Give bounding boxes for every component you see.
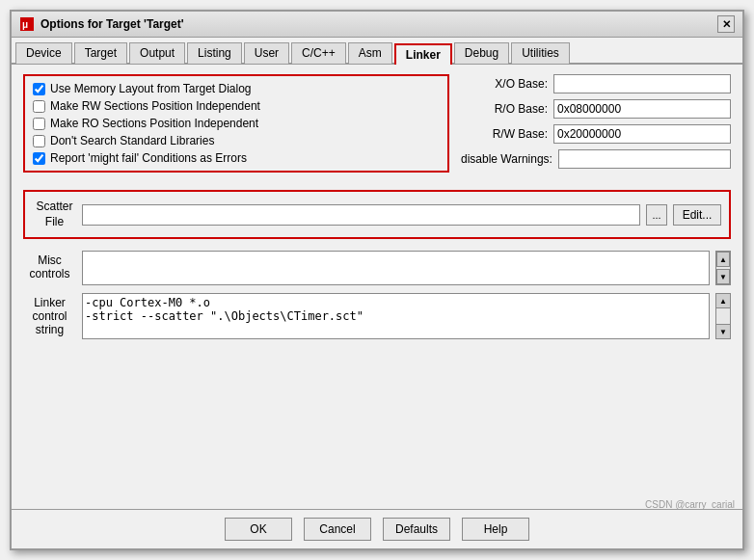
use-memory-layout-label: Use Memory Layout from Target Dialog — [50, 82, 252, 95]
cancel-button[interactable]: Cancel — [304, 518, 371, 541]
make-rw-checkbox[interactable] — [33, 100, 45, 113]
report-fail-row: Report 'might fail' Conditions as Errors — [33, 151, 440, 165]
misc-scrollbar: ▲ ▼ — [715, 251, 731, 285]
dont-search-row: Don't Search Standard Libraries — [33, 134, 440, 147]
app-icon: μ — [19, 16, 35, 32]
misc-label: Misccontrols — [23, 251, 76, 280]
dialog-title: Options for Target 'Target' — [40, 17, 184, 31]
tab-utilities[interactable]: Utilities — [511, 42, 570, 64]
dont-search-label: Don't Search Standard Libraries — [50, 134, 214, 147]
make-ro-label: Make RO Sections Position Independent — [50, 117, 258, 130]
disable-warnings-row: disable Warnings: — [461, 149, 731, 169]
tab-user[interactable]: User — [244, 42, 289, 64]
watermark: CSDN @carry_carial — [645, 499, 735, 510]
left-panel: Use Memory Layout from Target Dialog Mak… — [23, 74, 449, 173]
make-rw-label: Make RW Sections Position Independent — [50, 99, 260, 113]
misc-section: Misccontrols ▲ ▼ — [23, 251, 731, 285]
misc-scroll-up[interactable]: ▲ — [716, 252, 730, 267]
disable-warnings-input[interactable] — [558, 149, 731, 169]
tab-linker[interactable]: Linker — [394, 43, 452, 65]
make-ro-row: Make RO Sections Position Independent — [33, 117, 440, 130]
right-panel: X/O Base: R/O Base: R/W Base: disable Wa… — [461, 74, 731, 173]
main-content: Use Memory Layout from Target Dialog Mak… — [12, 65, 742, 509]
scatter-section: ScatterFile ... Edit... — [23, 190, 731, 239]
scatter-edit-button[interactable]: Edit... — [673, 204, 721, 226]
dialog: μ Options for Target 'Target' ✕ Device T… — [10, 10, 744, 550]
rw-base-input[interactable] — [553, 124, 731, 144]
linker-section: Linkercontrolstring -cpu Cortex-M0 *.o -… — [23, 293, 731, 339]
tab-output[interactable]: Output — [129, 42, 185, 64]
checkbox-group: Use Memory Layout from Target Dialog Mak… — [23, 74, 449, 173]
tab-target[interactable]: Target — [74, 42, 127, 64]
rw-base-row: R/W Base: — [461, 124, 731, 144]
bottom-bar: OK Cancel Defaults Help — [12, 509, 742, 548]
rw-base-label: R/W Base: — [461, 127, 548, 141]
ro-base-label: R/O Base: — [461, 102, 548, 116]
linker-scroll-up[interactable]: ▲ — [715, 293, 731, 308]
dont-search-checkbox[interactable] — [33, 135, 45, 147]
tab-debug[interactable]: Debug — [454, 42, 509, 64]
tab-asm[interactable]: Asm — [348, 42, 392, 64]
report-fail-label: Report 'might fail' Conditions as Errors — [50, 151, 247, 165]
tab-listing[interactable]: Listing — [187, 42, 242, 64]
misc-scroll-down[interactable]: ▼ — [716, 269, 730, 284]
linker-label: Linkercontrolstring — [23, 293, 76, 336]
report-fail-checkbox[interactable] — [33, 152, 45, 165]
tab-cpp[interactable]: C/C++ — [291, 42, 346, 64]
xo-base-row: X/O Base: — [461, 74, 731, 93]
xo-base-label: X/O Base: — [461, 77, 548, 91]
scatter-label: ScatterFile — [33, 200, 76, 229]
linker-scrollbar: ▲ ▼ — [715, 293, 731, 339]
make-rw-row: Make RW Sections Position Independent — [33, 99, 440, 113]
linker-scroll-down[interactable]: ▼ — [715, 324, 731, 339]
help-button[interactable]: Help — [462, 518, 529, 541]
ok-button[interactable]: OK — [225, 518, 292, 541]
misc-textarea[interactable] — [82, 251, 710, 285]
ro-base-row: R/O Base: — [461, 99, 731, 119]
xo-base-input[interactable] — [553, 74, 731, 93]
linker-textarea[interactable]: -cpu Cortex-M0 *.o -strict --scatter ".\… — [82, 293, 710, 339]
defaults-button[interactable]: Defaults — [383, 518, 450, 541]
title-bar: μ Options for Target 'Target' ✕ — [12, 12, 742, 38]
top-section: Use Memory Layout from Target Dialog Mak… — [23, 74, 731, 173]
close-button[interactable]: ✕ — [717, 15, 735, 33]
scatter-file-input[interactable] — [82, 204, 640, 226]
scatter-browse-button[interactable]: ... — [646, 204, 667, 226]
svg-text:μ: μ — [22, 19, 28, 30]
ro-base-input[interactable] — [553, 99, 731, 119]
tab-device[interactable]: Device — [15, 42, 72, 64]
tabs-bar: Device Target Output Listing User C/C++ … — [12, 38, 742, 65]
make-ro-checkbox[interactable] — [33, 118, 45, 130]
use-memory-layout-row: Use Memory Layout from Target Dialog — [33, 82, 440, 95]
disable-warnings-label: disable Warnings: — [461, 152, 552, 166]
use-memory-layout-checkbox[interactable] — [33, 83, 45, 95]
